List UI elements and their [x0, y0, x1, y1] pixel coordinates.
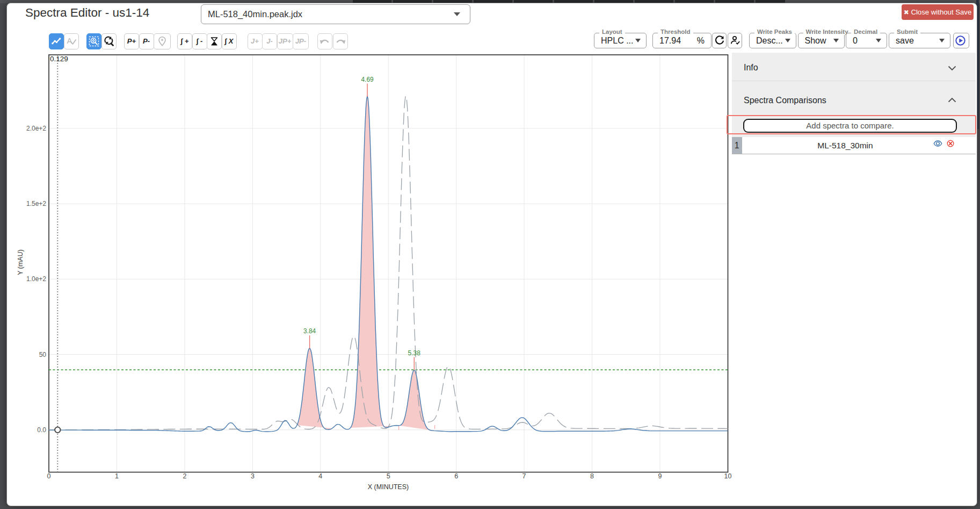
svg-text:0.129: 0.129 [50, 55, 68, 63]
svg-text:6: 6 [454, 472, 458, 480]
svg-text:X (MINUTES): X (MINUTES) [368, 483, 409, 491]
svg-text:10: 10 [724, 472, 732, 480]
svg-text:7: 7 [522, 472, 526, 480]
svg-text:1: 1 [115, 472, 119, 480]
svg-text:5.38: 5.38 [408, 349, 421, 357]
svg-text:0.0: 0.0 [37, 426, 46, 434]
svg-text:4: 4 [318, 472, 322, 480]
svg-text:4.69: 4.69 [361, 76, 374, 83]
svg-text:9: 9 [658, 472, 662, 480]
svg-text:Y (mAU): Y (mAU) [17, 249, 24, 275]
svg-text:3: 3 [251, 472, 255, 480]
svg-text:1.5e+2: 1.5e+2 [26, 200, 46, 207]
svg-text:1.0e+2: 1.0e+2 [26, 275, 46, 283]
svg-text:8: 8 [590, 472, 594, 480]
svg-text:2.0e+2: 2.0e+2 [26, 125, 46, 132]
svg-text:3.84: 3.84 [303, 327, 316, 335]
svg-text:5: 5 [387, 472, 390, 480]
svg-text:0: 0 [47, 472, 51, 480]
svg-text:50: 50 [39, 351, 47, 359]
svg-text:2: 2 [183, 472, 186, 480]
